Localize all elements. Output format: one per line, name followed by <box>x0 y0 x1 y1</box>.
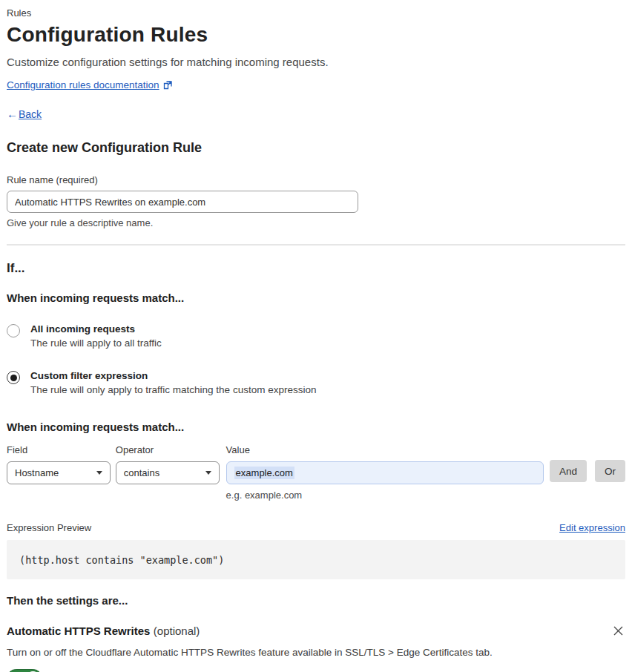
chevron-down-icon <box>96 471 102 475</box>
match-heading: When incoming requests match... <box>7 291 625 304</box>
value-label: Value <box>226 444 544 455</box>
operator-label: Operator <box>116 444 220 455</box>
external-link-icon <box>163 81 172 90</box>
rule-name-helper: Give your rule a descriptive name. <box>7 217 625 228</box>
radio-selected-icon[interactable] <box>7 371 20 384</box>
setting-optional-label: (optional) <box>154 625 200 637</box>
radio-all-incoming-requests[interactable]: All incoming requests The rule will appl… <box>7 323 625 349</box>
radio-label: Custom filter expression <box>30 370 316 381</box>
value-helper: e.g. example.com <box>226 490 544 501</box>
chevron-down-icon <box>205 471 211 475</box>
setting-name: Automatic HTTPS Rewrites <box>7 625 150 637</box>
page-title: Configuration Rules <box>7 23 625 47</box>
rule-name-label: Rule name (required) <box>7 174 625 185</box>
create-rule-heading: Create new Configuration Rule <box>7 140 625 156</box>
field-select-value: Hostname <box>15 467 59 478</box>
builder-heading: When incoming requests match... <box>7 421 625 433</box>
if-heading: If... <box>7 261 625 276</box>
radio-label: All incoming requests <box>30 323 162 335</box>
expression-preview-box: (http.host contains "example.com") <box>7 540 625 579</box>
value-input[interactable]: example.com <box>226 461 544 484</box>
close-icon[interactable] <box>611 624 625 638</box>
rule-name-input[interactable] <box>7 191 358 213</box>
radio-custom-filter-expression[interactable]: Custom filter expression The rule will o… <box>7 370 625 395</box>
radio-description: The rule will apply to all traffic <box>30 337 162 349</box>
radio-unselected-icon[interactable] <box>7 324 20 337</box>
operator-select[interactable]: contains <box>116 461 220 484</box>
operator-select-value: contains <box>124 467 159 478</box>
then-heading: Then the settings are... <box>7 594 625 607</box>
back-link[interactable]: Back <box>19 108 42 120</box>
setting-description: Turn on or off the Cloudflare Automatic … <box>7 647 625 658</box>
value-input-text: example.com <box>234 467 294 479</box>
field-select[interactable]: Hostname <box>7 461 111 484</box>
page-subtitle: Customize configuration settings for mat… <box>7 56 625 68</box>
expression-preview-label: Expression Preview <box>7 522 91 533</box>
automatic-https-rewrites-toggle[interactable] <box>7 669 42 672</box>
edit-expression-link[interactable]: Edit expression <box>559 522 625 533</box>
back-arrow-icon: ← <box>7 108 18 120</box>
radio-description: The rule will only apply to traffic matc… <box>30 384 316 395</box>
or-button[interactable]: Or <box>595 460 625 482</box>
and-button[interactable]: And <box>550 460 587 482</box>
section-divider <box>7 244 625 246</box>
field-label: Field <box>7 444 111 455</box>
breadcrumb: Rules <box>7 7 625 19</box>
expression-code: (http.host contains "example.com") <box>19 554 224 566</box>
documentation-link[interactable]: Configuration rules documentation <box>7 79 159 90</box>
